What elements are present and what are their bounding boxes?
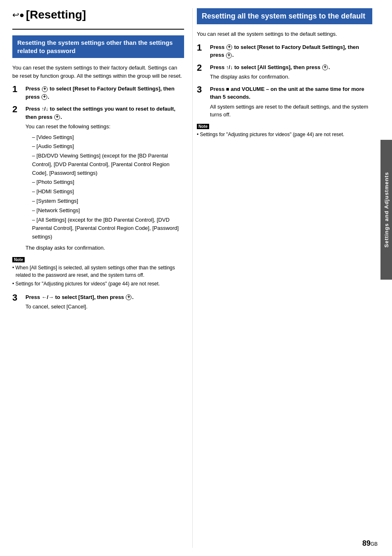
list-item: [Network Settings] — [32, 206, 184, 215]
left-note-content: When [All Settings] is selected, all sys… — [12, 264, 184, 287]
circle-icon-3: + — [54, 114, 60, 120]
left-step-2-confirmation: The display asks for confirmation. — [25, 244, 184, 252]
right-step-3-bold: Press ■ and VOLUME – on the unit at the … — [210, 86, 364, 100]
right-step-1-num: 1 — [197, 43, 207, 52]
left-note-item-2: Settings for "Adjusting pictures for vid… — [12, 280, 184, 287]
left-step-3-subtext: To cancel, select [Cancel]. — [25, 303, 184, 311]
r-circle-icon-1: + — [226, 44, 232, 50]
right-step-3-num: 3 — [197, 85, 207, 94]
right-step-1: 1 Press + to select [Reset to Factory De… — [197, 43, 372, 59]
page-number-area: 89GB — [362, 539, 378, 548]
side-tab-label: Settings and Adjustments — [383, 172, 390, 248]
list-item: [Photo Settings] — [32, 178, 184, 187]
left-column: ↩● [Resetting] Resetting the system sett… — [12, 8, 192, 548]
right-note-box: Note Settings for "Adjusting pictures fo… — [197, 123, 372, 138]
r-circle-icon-2: + — [226, 53, 232, 58]
title-divider — [12, 29, 184, 30]
list-item: [Video Settings] — [32, 133, 184, 142]
left-note-item-1: When [All Settings] is selected, all sys… — [12, 264, 184, 279]
left-step-1: 1 Press + to select [Reset to Factory De… — [12, 85, 184, 101]
list-item: [All Settings] (except for the [BD Paren… — [32, 216, 184, 241]
right-step-3: 3 Press ■ and VOLUME – on the unit at th… — [197, 85, 372, 119]
list-item: [HDMI Settings] — [32, 188, 184, 196]
right-step-2: 2 Press ↑/↓ to select [All Settings], th… — [197, 63, 372, 81]
right-section-header: Resetting all the system settings to the… — [197, 8, 372, 24]
left-step-3-content: Press ←/→ to select [Start], then press … — [25, 293, 184, 311]
page-wrapper: Settings and Adjustments ↩● [Resetting] … — [0, 0, 392, 556]
right-step-2-subtext: The display asks for confirmation. — [210, 73, 372, 81]
right-step-1-content: Press + to select [Reset to Factory Defa… — [210, 43, 372, 59]
left-note-box: Note When [All Settings] is selected, al… — [12, 256, 184, 287]
page-title-area: ↩● [Resetting] — [12, 8, 184, 21]
left-step-1-num: 1 — [12, 85, 22, 94]
left-step-2-num: 2 — [12, 105, 22, 114]
left-section-header: Resetting the system settings other than… — [12, 35, 184, 58]
right-note-content: Settings for "Adjusting pictures for vid… — [197, 131, 372, 138]
list-item: [Audio Settings] — [32, 142, 184, 151]
list-item: [BD/DVD Viewing Settings] (except for th… — [32, 152, 184, 177]
resetting-icon: ↩● — [12, 10, 24, 20]
right-step-2-num: 2 — [197, 63, 207, 72]
circle-icon-2: + — [42, 94, 47, 100]
right-step-3-content: Press ■ and VOLUME – on the unit at the … — [210, 85, 372, 119]
circle-icon-4: + — [126, 294, 131, 300]
circle-icon-1: + — [42, 86, 48, 92]
left-step-3-num: 3 — [12, 293, 22, 302]
right-step-2-bold: Press ↑/↓ to select [All Settings], then… — [210, 64, 330, 70]
left-step-2-subintro: You can reset the following settings: — [25, 123, 184, 131]
right-step-2-content: Press ↑/↓ to select [All Settings], then… — [210, 63, 372, 81]
left-step-2-content: Press ↑/↓ to select the settings you wan… — [25, 105, 184, 252]
right-column: Resetting all the system settings to the… — [192, 8, 372, 548]
r-circle-icon-3: + — [322, 65, 328, 70]
right-step-1-bold: Press + to select [Reset to Factory Defa… — [210, 44, 359, 58]
main-content: ↩● [Resetting] Resetting the system sett… — [0, 0, 380, 556]
right-intro: You can reset all the system settings to… — [197, 30, 372, 38]
left-step-2-bold: Press ↑/↓ to select the settings you wan… — [25, 106, 175, 120]
list-item: [System Settings] — [32, 197, 184, 206]
page-number: 89 — [362, 539, 371, 547]
left-step-3-bold: Press ←/→ to select [Start], then press … — [25, 294, 134, 300]
page-number-suffix: GB — [371, 541, 378, 547]
right-note-item-1: Settings for "Adjusting pictures for vid… — [197, 131, 372, 138]
right-note-label: Note — [197, 124, 209, 129]
left-step-1-content: Press + to select [Reset to Factory Defa… — [25, 85, 184, 101]
left-step-3: 3 Press ←/→ to select [Start], then pres… — [12, 293, 184, 311]
right-step-3-subtext: All system settings are reset to the def… — [210, 103, 372, 119]
side-tab: Settings and Adjustments — [380, 140, 392, 280]
left-intro: You can reset the system settings to the… — [12, 64, 184, 80]
page-title-text: [Resetting] — [26, 8, 86, 21]
left-step-2-list: [Video Settings] [Audio Settings] [BD/DV… — [32, 133, 184, 242]
left-step-2: 2 Press ↑/↓ to select the settings you w… — [12, 105, 184, 252]
left-note-label: Note — [12, 257, 25, 262]
left-step-1-text: Press + to select [Reset to Factory Defa… — [25, 86, 175, 100]
